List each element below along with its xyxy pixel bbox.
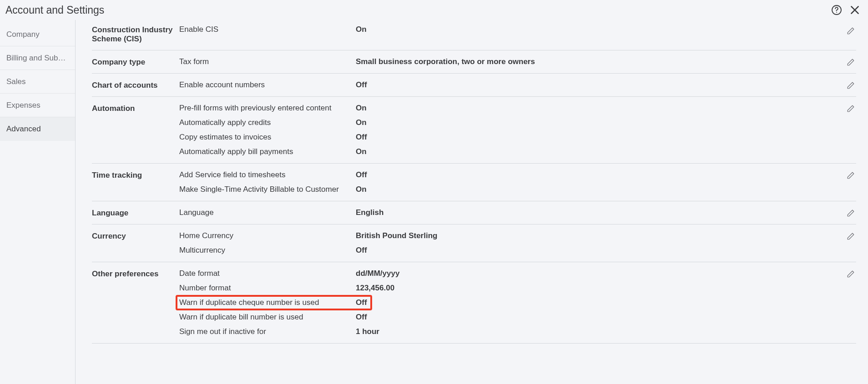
setting-row: Copy estimates to invoicesOff [179,132,856,142]
section-label: Chart of accounts [92,80,179,90]
setting-label: Multicurrency [179,246,356,255]
section-label: Currency [92,231,179,255]
settings-main: Construction Industry Scheme (CIS)Enable… [76,20,868,384]
setting-label: Home Currency [179,231,356,240]
sidebar-item-label: Expenses [6,101,40,110]
section-rows: Date formatdd/MM/yyyyNumber format123,45… [179,269,856,337]
setting-label: Tax form [179,57,356,66]
section-other-preferences: Other preferencesDate formatdd/MM/yyyyNu… [92,262,856,344]
pencil-icon [847,105,855,113]
pencil-icon [847,27,855,35]
setting-value: 123,456.00 [356,284,394,293]
setting-value: 1 hour [356,327,379,336]
sidebar-item-label: Billing and Subscripti… [6,54,69,63]
sidebar-item-sales[interactable]: Sales [0,70,75,94]
setting-value: Off [356,246,367,255]
setting-label: Automatically apply bill payments [179,147,356,156]
section-time-tracking: Time trackingAdd Service field to timesh… [92,164,856,201]
setting-label: Number format [179,284,356,293]
setting-value: On [356,25,367,34]
section-construction-industry-scheme-cis: Construction Industry Scheme (CIS)Enable… [92,25,856,50]
setting-row: Number format123,456.00 [179,283,856,293]
section-label: Automation [92,103,179,157]
close-icon [849,4,861,16]
section-label: Construction Industry Scheme (CIS) [92,25,179,44]
setting-value: Off [356,313,367,322]
setting-value: British Pound Sterling [356,231,437,240]
setting-label: Language [179,208,356,217]
setting-value: Off [356,170,367,180]
sidebar-item-company[interactable]: Company [0,23,75,46]
section-currency: CurrencyHome CurrencyBritish Pound Sterl… [92,224,856,262]
setting-value: English [356,208,384,217]
section-rows: Enable account numbersOff [179,80,856,90]
sidebar-item-billing-and-subscripti[interactable]: Billing and Subscripti… [0,46,75,70]
page-title: Account and Settings [5,4,829,16]
setting-row: Add Service field to timesheetsOff [179,170,856,180]
setting-value: Small business corporation, two or more … [356,57,535,66]
section-label: Language [92,208,179,218]
setting-row: MulticurrencyOff [179,245,856,255]
section-automation: AutomationPre-fill forms with previously… [92,97,856,164]
setting-row: Warn if duplicate bill number is usedOff [179,312,856,322]
setting-row: Make Single-Time Activity Billable to Cu… [179,185,856,194]
setting-value: On [356,104,367,113]
setting-value: Off [356,133,367,142]
edit-button[interactable] [845,57,856,68]
setting-row: Enable CISOn [179,25,856,35]
pencil-icon [847,171,855,180]
section-label: Other preferences [92,269,179,337]
close-button[interactable] [847,2,863,18]
header: Account and Settings [0,0,868,20]
edit-button[interactable] [845,80,856,91]
setting-row: Warn if duplicate cheque number is usedO… [179,298,856,308]
setting-row: Tax formSmall business corporation, two … [179,57,856,67]
edit-button[interactable] [845,25,856,36]
setting-row: Pre-fill forms with previously entered c… [179,103,856,113]
section-language: LanguageLanguageEnglish [92,201,856,224]
setting-label: Copy estimates to invoices [179,133,356,142]
pencil-icon [847,270,855,278]
sidebar-item-label: Company [6,30,40,39]
setting-row: Sign me out if inactive for1 hour [179,327,856,337]
sidebar: CompanyBilling and Subscripti…SalesExpen… [0,20,76,384]
edit-button[interactable] [845,208,856,219]
section-rows: Tax formSmall business corporation, two … [179,57,856,67]
setting-row: LanguageEnglish [179,208,856,218]
setting-label: Pre-fill forms with previously entered c… [179,104,356,113]
setting-label: Enable CIS [179,25,356,34]
setting-value: dd/MM/yyyy [356,269,399,278]
setting-row: Enable account numbersOff [179,80,856,90]
sidebar-item-expenses[interactable]: Expenses [0,94,75,117]
section-label: Company type [92,57,179,67]
section-rows: Add Service field to timesheetsOffMake S… [179,170,856,194]
section-rows: Pre-fill forms with previously entered c… [179,103,856,157]
section-company-type: Company typeTax formSmall business corpo… [92,50,856,74]
setting-value: Off [356,298,367,307]
edit-button[interactable] [845,170,856,181]
svg-point-1 [836,12,837,13]
pencil-icon [847,58,855,66]
setting-value: On [356,147,367,156]
pencil-icon [847,81,855,90]
section-chart-of-accounts: Chart of accountsEnable account numbersO… [92,74,856,97]
edit-button[interactable] [845,231,856,242]
setting-label: Add Service field to timesheets [179,170,356,180]
setting-label: Sign me out if inactive for [179,327,356,336]
edit-button[interactable] [845,103,856,114]
setting-label: Warn if duplicate bill number is used [179,313,356,322]
setting-label: Warn if duplicate cheque number is used [179,298,356,307]
setting-label: Enable account numbers [179,80,356,90]
setting-label: Automatically apply credits [179,118,356,127]
section-rows: LanguageEnglish [179,208,856,218]
help-icon [831,5,842,15]
help-button[interactable] [829,2,844,18]
section-rows: Home CurrencyBritish Pound SterlingMulti… [179,231,856,255]
setting-row: Home CurrencyBritish Pound Sterling [179,231,856,241]
setting-value: Off [356,80,367,90]
setting-label: Make Single-Time Activity Billable to Cu… [179,185,356,194]
sidebar-item-advanced[interactable]: Advanced [0,117,75,141]
edit-button[interactable] [845,269,856,279]
sidebar-item-label: Advanced [6,125,41,134]
setting-value: On [356,118,367,127]
